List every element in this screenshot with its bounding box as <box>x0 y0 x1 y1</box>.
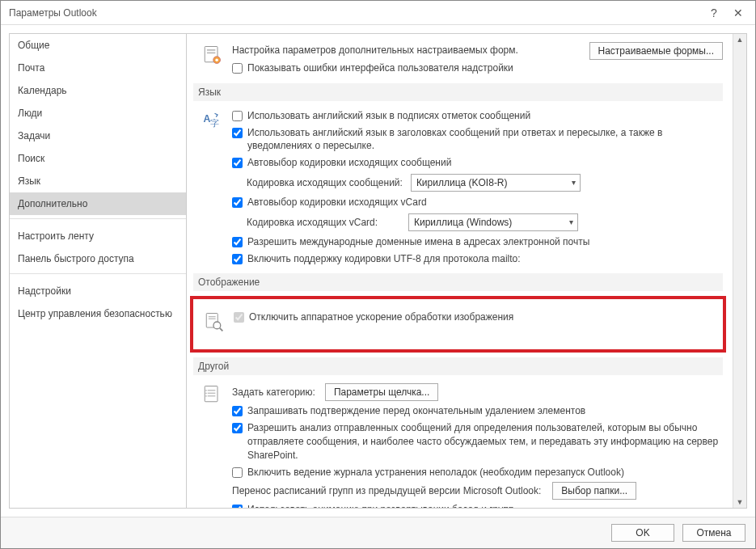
titlebar: Параметры Outlook ? ✕ <box>1 1 755 25</box>
sidebar-item-addins[interactable]: Надстройки <box>10 280 186 302</box>
sidebar-item-search[interactable]: Поиск <box>10 147 186 170</box>
svg-point-17 <box>205 393 207 395</box>
utf8-mailto-label: Включить поддержку кодировки UTF-8 для п… <box>247 252 521 266</box>
language-section: Язык A字 Использовать английский язык в п… <box>193 83 723 269</box>
analyze-sent-label: Разрешить анализ отправленных сообщений … <box>247 421 723 462</box>
intl-domains-label: Разрешить международные доменные имена в… <box>247 235 589 249</box>
show-addin-errors-label: Показывать ошибки интерфейса пользовател… <box>247 61 513 75</box>
sidebar-divider <box>10 218 186 225</box>
auto-vcard-encoding-label: Автовыбор кодировки исходящих vCard <box>247 196 427 209</box>
sidebar-item-language[interactable]: Язык <box>10 170 186 192</box>
sidebar-item-general[interactable]: Общие <box>10 34 186 57</box>
use-animation-checkbox[interactable] <box>232 505 243 508</box>
svg-point-18 <box>205 395 207 397</box>
svg-rect-9 <box>209 319 216 319</box>
sidebar-item-mail[interactable]: Почта <box>10 57 186 79</box>
svg-text:A: A <box>204 113 211 125</box>
sidebar-item-customize-ribbon[interactable]: Настроить ленту <box>10 225 186 247</box>
cancel-button[interactable]: Отмена <box>682 524 745 542</box>
auto-encoding-checkbox[interactable] <box>232 158 243 168</box>
sidebar-divider <box>10 273 186 280</box>
outgoing-encoding-combo[interactable]: Кириллица (KOI8-R) <box>411 174 581 192</box>
click-params-button[interactable]: Параметры щелчка... <box>325 383 439 401</box>
utf8-mailto-checkbox[interactable] <box>232 254 243 264</box>
svg-rect-2 <box>207 53 216 54</box>
display-icon <box>200 309 227 333</box>
analyze-sent-checkbox[interactable] <box>232 423 243 433</box>
svg-line-11 <box>220 328 223 332</box>
custom-forms-button[interactable]: Настраиваемые формы... <box>589 42 723 60</box>
outlook-options-dialog: Параметры Outlook ? ✕ Общие Почта Календ… <box>0 0 756 549</box>
confirm-delete-checkbox[interactable] <box>232 406 243 416</box>
use-animation-label: Использовать анимацию при развертывании … <box>247 503 513 508</box>
forms-icon <box>198 42 226 77</box>
svg-point-16 <box>205 390 207 391</box>
help-icon: ? <box>711 6 717 19</box>
select-folder-button[interactable]: Выбор папки... <box>552 482 636 500</box>
migrate-groups-label: Перенос расписаний групп из предыдущей в… <box>232 484 541 498</box>
ok-button[interactable]: OK <box>611 524 674 542</box>
english-signatures-label: Использовать английский язык в подписях … <box>247 109 530 123</box>
highlight-box: Отключить аппаратное ускорение обработки… <box>190 296 726 353</box>
vertical-scrollbar[interactable]: ▲ ▼ <box>733 34 746 508</box>
troubleshoot-log-label: Включить ведение журнала устранения непо… <box>247 466 624 479</box>
english-headers-checkbox[interactable] <box>232 128 243 138</box>
sidebar-item-quick-access[interactable]: Панель быстрого доступа <box>10 247 186 270</box>
main-panel: Настройка параметров дополнительных наст… <box>187 33 747 509</box>
svg-point-10 <box>213 322 221 329</box>
forms-description: Настройка параметров дополнительных наст… <box>232 44 518 57</box>
display-section-title: Отображение <box>193 273 723 291</box>
close-icon: ✕ <box>733 6 743 19</box>
main-scroll-area: Настройка параметров дополнительных наст… <box>187 34 733 508</box>
svg-rect-8 <box>209 316 216 317</box>
svg-rect-12 <box>205 386 218 402</box>
scroll-down-icon: ▼ <box>737 498 744 506</box>
svg-text:字: 字 <box>210 118 219 128</box>
language-icon: A字 <box>198 108 226 268</box>
other-section: Другой Задать категорию: Параметры щелчк… <box>193 357 723 508</box>
display-section: Отображение Отключить аппаратное ускорен… <box>193 273 723 353</box>
dialog-footer: OK Отмена <box>1 517 755 548</box>
language-section-title: Язык <box>193 83 723 101</box>
troubleshoot-log-checkbox[interactable] <box>232 467 243 478</box>
intl-domains-checkbox[interactable] <box>232 237 243 247</box>
other-icon <box>198 382 226 508</box>
help-button[interactable]: ? <box>702 2 726 24</box>
vcard-encoding-label: Кодировка исходящих vCard: <box>247 217 400 228</box>
sidebar-item-calendar[interactable]: Календарь <box>10 79 186 102</box>
sidebar-item-advanced[interactable]: Дополнительно <box>10 192 186 215</box>
sidebar: Общие Почта Календарь Люди Задачи Поиск … <box>9 33 187 509</box>
forms-section: Настройка параметров дополнительных наст… <box>193 40 723 78</box>
show-addin-errors-checkbox[interactable] <box>232 63 243 74</box>
vcard-encoding-combo[interactable]: Кириллица (Windows) <box>408 213 578 231</box>
svg-point-4 <box>215 58 218 61</box>
auto-vcard-encoding-checkbox[interactable] <box>232 197 243 208</box>
set-category-label: Задать категорию: <box>232 386 315 399</box>
disable-hw-accel-label: Отключить аппаратное ускорение обработки… <box>249 310 513 324</box>
close-button[interactable]: ✕ <box>726 2 750 24</box>
outgoing-encoding-label: Кодировка исходящих сообщений: <box>247 177 403 188</box>
disable-hw-accel-checkbox[interactable] <box>234 312 244 323</box>
sidebar-item-people[interactable]: Люди <box>10 102 186 125</box>
svg-rect-1 <box>207 49 216 51</box>
other-section-title: Другой <box>193 357 723 375</box>
dialog-body: Общие Почта Календарь Люди Задачи Поиск … <box>1 25 755 517</box>
english-headers-label: Использовать английский язык в заголовка… <box>247 126 723 154</box>
confirm-delete-label: Запрашивать подтверждение перед окончате… <box>247 404 585 418</box>
scroll-up-icon: ▲ <box>737 36 744 44</box>
english-signatures-checkbox[interactable] <box>232 111 243 121</box>
sidebar-item-trust-center[interactable]: Центр управления безопасностью <box>10 302 186 325</box>
auto-encoding-label: Автовыбор кодировки исходящих сообщений <box>247 156 451 170</box>
window-title: Параметры Outlook <box>9 7 702 19</box>
sidebar-item-tasks[interactable]: Задачи <box>10 125 186 147</box>
